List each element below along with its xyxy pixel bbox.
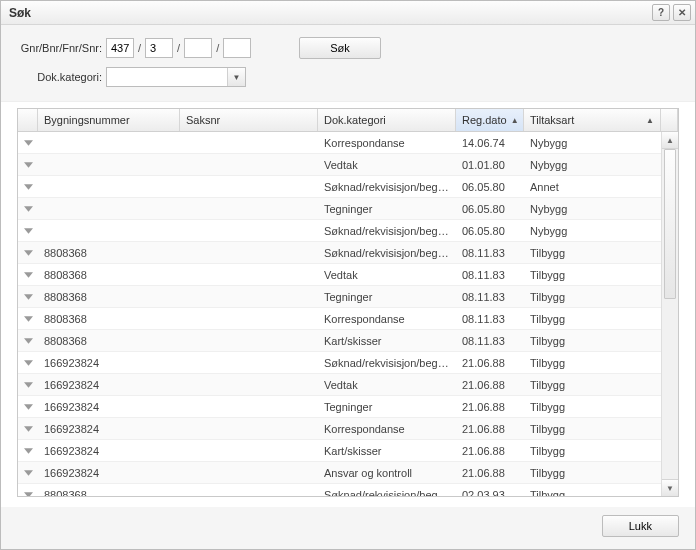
dok-label: Dok.kategori: <box>17 71 102 83</box>
expand-icon[interactable] <box>18 382 38 388</box>
col-bygningsnummer[interactable]: Bygningsnummer <box>38 109 180 131</box>
table-row[interactable]: Vedtak01.01.80Nybygg <box>18 154 661 176</box>
cell-tiltaksart: Tilbygg <box>524 467 661 479</box>
dok-kategori-input[interactable] <box>107 68 227 86</box>
cell-dokkategori: Vedtak <box>318 379 456 391</box>
cell-regdato: 08.11.83 <box>456 313 524 325</box>
cell-bygningsnummer: 166923824 <box>38 445 180 457</box>
expand-icon[interactable] <box>18 184 38 190</box>
cell-dokkategori: Søknad/rekvisisjon/begjæ... <box>318 357 456 369</box>
expand-icon[interactable] <box>18 360 38 366</box>
fnr-input[interactable] <box>184 38 212 58</box>
search-button[interactable]: Søk <box>299 37 381 59</box>
slash-1: / <box>138 42 141 54</box>
cell-tiltaksart: Nybygg <box>524 203 661 215</box>
cell-bygningsnummer: 8808368 <box>38 313 180 325</box>
table-row[interactable]: 166923824Ansvar og kontroll21.06.88Tilby… <box>18 462 661 484</box>
expand-icon[interactable] <box>18 272 38 278</box>
cell-tiltaksart: Nybygg <box>524 225 661 237</box>
cell-tiltaksart: Nybygg <box>524 159 661 171</box>
cell-regdato: 06.05.80 <box>456 203 524 215</box>
cell-dokkategori: Kart/skisser <box>318 445 456 457</box>
slash-3: / <box>216 42 219 54</box>
col-regdato[interactable]: Reg.dato ▲ <box>456 109 524 131</box>
cell-dokkategori: Korrespondanse <box>318 137 456 149</box>
cell-bygningsnummer: 8808368 <box>38 489 180 497</box>
col-tiltaksart[interactable]: Tiltaksart ▲ <box>524 109 661 131</box>
col-dokkategori[interactable]: Dok.kategori <box>318 109 456 131</box>
table-row[interactable]: Søknad/rekvisisjon/begjæ...06.05.80Nybyg… <box>18 220 661 242</box>
scroll-up-icon[interactable]: ▲ <box>662 132 678 149</box>
cell-regdato: 01.01.80 <box>456 159 524 171</box>
cell-dokkategori: Ansvar og kontroll <box>318 467 456 479</box>
results-grid: Bygningsnummer Saksnr Dok.kategori Reg.d… <box>17 108 679 497</box>
expand-icon[interactable] <box>18 404 38 410</box>
close-button[interactable]: ✕ <box>673 4 691 21</box>
expand-icon[interactable] <box>18 140 38 146</box>
chevron-down-icon[interactable]: ▼ <box>227 68 245 86</box>
expand-icon[interactable] <box>18 206 38 212</box>
cell-tiltaksart: Tilbygg <box>524 401 661 413</box>
cell-regdato: 21.06.88 <box>456 445 524 457</box>
table-row[interactable]: Søknad/rekvisisjon/begjæ...06.05.80Annet <box>18 176 661 198</box>
cell-regdato: 02.03.93 <box>456 489 524 497</box>
cell-bygningsnummer: 8808368 <box>38 291 180 303</box>
expand-icon[interactable] <box>18 162 38 168</box>
expand-icon[interactable] <box>18 470 38 476</box>
table-row[interactable]: Korrespondanse14.06.74Nybygg <box>18 132 661 154</box>
grid-rows: Korrespondanse14.06.74NybyggVedtak01.01.… <box>18 132 661 496</box>
window-title: Søk <box>9 6 649 20</box>
cell-bygningsnummer: 8808368 <box>38 247 180 259</box>
table-row[interactable]: 166923824Korrespondanse21.06.88Tilbygg <box>18 418 661 440</box>
expand-icon[interactable] <box>18 338 38 344</box>
cell-regdato: 08.11.83 <box>456 247 524 259</box>
table-row[interactable]: 166923824Tegninger21.06.88Tilbygg <box>18 396 661 418</box>
lukk-button[interactable]: Lukk <box>602 515 679 537</box>
vertical-scrollbar[interactable]: ▲ ▼ <box>661 132 678 496</box>
cell-bygningsnummer: 8808368 <box>38 269 180 281</box>
table-row[interactable]: 8808368Kart/skisser08.11.83Tilbygg <box>18 330 661 352</box>
scroll-down-icon[interactable]: ▼ <box>662 479 678 496</box>
expand-icon[interactable] <box>18 426 38 432</box>
expand-icon[interactable] <box>18 228 38 234</box>
table-row[interactable]: Tegninger06.05.80Nybygg <box>18 198 661 220</box>
table-row[interactable]: 166923824Vedtak21.06.88Tilbygg <box>18 374 661 396</box>
cell-dokkategori: Søknad/rekvisisjon/begjæ... <box>318 181 456 193</box>
table-row[interactable]: 8808368Korrespondanse08.11.83Tilbygg <box>18 308 661 330</box>
cell-tiltaksart: Tilbygg <box>524 291 661 303</box>
expand-header[interactable] <box>18 109 38 131</box>
cell-tiltaksart: Annet <box>524 181 661 193</box>
table-row[interactable]: 8808368Søknad/rekvisisjon/begjæ...08.11.… <box>18 242 661 264</box>
col-saksnr[interactable]: Saksnr <box>180 109 318 131</box>
cell-tiltaksart: Nybygg <box>524 137 661 149</box>
expand-icon[interactable] <box>18 316 38 322</box>
table-row[interactable]: 166923824Søknad/rekvisisjon/begjæ...21.0… <box>18 352 661 374</box>
bnr-input[interactable] <box>145 38 173 58</box>
cell-tiltaksart: Tilbygg <box>524 335 661 347</box>
table-row[interactable]: 8808368Tegninger08.11.83Tilbygg <box>18 286 661 308</box>
expand-icon[interactable] <box>18 448 38 454</box>
gnr-row: Gnr/Bnr/Fnr/Snr: / / / Søk <box>17 37 679 59</box>
grid-body: Korrespondanse14.06.74NybyggVedtak01.01.… <box>18 132 678 496</box>
scroll-thumb[interactable] <box>664 149 676 299</box>
cell-regdato: 14.06.74 <box>456 137 524 149</box>
table-row[interactable]: 8808368Vedtak08.11.83Tilbygg <box>18 264 661 286</box>
cell-regdato: 08.11.83 <box>456 291 524 303</box>
gnr-label: Gnr/Bnr/Fnr/Snr: <box>17 42 102 54</box>
cell-tiltaksart: Tilbygg <box>524 357 661 369</box>
cell-tiltaksart: Tilbygg <box>524 313 661 325</box>
gnr-input[interactable] <box>106 38 134 58</box>
expand-icon[interactable] <box>18 294 38 300</box>
cell-regdato: 21.06.88 <box>456 357 524 369</box>
table-row[interactable]: 8808368Søknad/rekvisisjon/begjæ...02.03.… <box>18 484 661 496</box>
snr-input[interactable] <box>223 38 251 58</box>
cell-bygningsnummer: 166923824 <box>38 379 180 391</box>
expand-icon[interactable] <box>18 492 38 497</box>
grid-header: Bygningsnummer Saksnr Dok.kategori Reg.d… <box>18 109 678 132</box>
cell-regdato: 21.06.88 <box>456 379 524 391</box>
expand-icon[interactable] <box>18 250 38 256</box>
dok-kategori-combo[interactable]: ▼ <box>106 67 246 87</box>
form-area: Gnr/Bnr/Fnr/Snr: / / / Søk Dok.kategori:… <box>1 25 695 102</box>
help-button[interactable]: ? <box>652 4 670 21</box>
table-row[interactable]: 166923824Kart/skisser21.06.88Tilbygg <box>18 440 661 462</box>
